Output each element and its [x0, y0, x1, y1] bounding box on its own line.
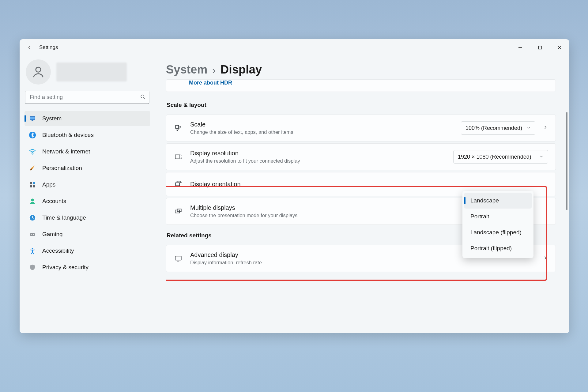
nav-network[interactable]: Network & internet [24, 144, 150, 159]
nav-label: Accessibility [42, 247, 74, 254]
nav-label: Network & internet [42, 148, 90, 155]
svg-rect-28 [177, 209, 181, 212]
minimize-button[interactable] [511, 41, 530, 54]
nav-system[interactable]: System [24, 111, 150, 126]
svg-point-5 [141, 95, 144, 98]
search-icon [140, 94, 146, 101]
titlebar: Settings [20, 39, 569, 56]
apps-icon [29, 181, 36, 188]
svg-rect-1 [538, 46, 541, 49]
svg-rect-14 [30, 185, 32, 187]
close-button[interactable] [550, 41, 569, 54]
search-input[interactable] [25, 91, 149, 104]
nav-bluetooth[interactable]: Bluetooth & devices [24, 127, 150, 143]
svg-rect-19 [30, 233, 35, 236]
resolution-icon [174, 152, 183, 161]
nav-privacy[interactable]: Privacy & security [24, 260, 150, 275]
profile-block[interactable] [24, 56, 151, 91]
svg-rect-9 [32, 120, 33, 121]
maximize-button[interactable] [530, 41, 550, 54]
resolution-value: 1920 × 1080 (Recommended) [458, 154, 531, 160]
resolution-row[interactable]: Display resolution Adjust the resolution… [166, 143, 556, 170]
person-icon [29, 198, 36, 205]
orientation-option-landscape-flipped[interactable]: Landscape (flipped) [464, 224, 532, 240]
brush-icon [29, 164, 36, 172]
bluetooth-icon [29, 131, 36, 139]
system-icon [29, 115, 36, 122]
avatar-icon [26, 59, 51, 85]
content-scroll[interactable]: More about HDR Scale & layout Scale Chan… [166, 79, 557, 333]
svg-rect-29 [175, 256, 181, 260]
scale-desc: Change the size of text, apps, and other… [190, 129, 454, 135]
orientation-option-portrait[interactable]: Portrait [464, 209, 532, 224]
svg-line-6 [144, 98, 145, 99]
scale-row[interactable]: Scale Change the size of text, apps, and… [166, 115, 556, 141]
sidebar: System Bluetooth & devices Network & int… [20, 56, 155, 333]
svg-point-21 [33, 234, 34, 235]
resolution-dropdown[interactable]: 1920 × 1080 (Recommended) [453, 150, 548, 164]
nav-label: System [42, 115, 62, 122]
svg-point-11 [32, 153, 33, 154]
svg-rect-12 [30, 182, 32, 184]
resolution-desc: Adjust the resolution to fit your connec… [190, 158, 446, 164]
scale-value: 100% (Recommended) [466, 125, 522, 131]
breadcrumb: System › Display [166, 56, 557, 79]
nav-label: Gaming [42, 231, 63, 238]
monitor-icon [174, 254, 183, 263]
breadcrumb-current: Display [221, 63, 262, 76]
nav-label: Time & language [42, 214, 86, 221]
svg-point-22 [32, 248, 33, 250]
chevron-right-icon[interactable] [543, 125, 548, 131]
svg-rect-25 [179, 155, 181, 159]
settings-window: Settings System [20, 39, 569, 333]
orientation-popup: Landscape Portrait Landscape (flipped) P… [462, 191, 533, 258]
nav-label: Bluetooth & devices [42, 132, 94, 138]
svg-rect-15 [33, 185, 35, 187]
svg-point-4 [36, 67, 41, 72]
nav-time-language[interactable]: Time & language [24, 210, 150, 225]
chevron-right-icon[interactable] [543, 255, 548, 262]
svg-rect-26 [175, 183, 179, 186]
orientation-option-portrait-flipped[interactable]: Portrait (flipped) [464, 240, 532, 256]
nav-accessibility[interactable]: Accessibility [24, 243, 150, 258]
scrollbar[interactable] [566, 112, 567, 333]
scale-icon [174, 123, 183, 133]
chevron-down-icon [539, 154, 544, 160]
nav-gaming[interactable]: Gaming [24, 227, 150, 242]
hdr-card[interactable]: More about HDR [166, 79, 556, 92]
clock-globe-icon [29, 214, 36, 221]
profile-name-redacted [56, 62, 127, 81]
nav-label: Privacy & security [42, 264, 89, 271]
nav-apps[interactable]: Apps [24, 177, 150, 192]
svg-rect-24 [175, 155, 179, 159]
advanced-display-desc: Display information, refresh rate [190, 260, 535, 266]
orientation-option-landscape[interactable]: Landscape [464, 193, 532, 209]
orientation-icon [174, 179, 183, 189]
chevron-down-icon [526, 125, 531, 131]
nav-personalization[interactable]: Personalization [24, 160, 150, 176]
nav-label: Apps [42, 181, 55, 188]
scale-dropdown[interactable]: 100% (Recommended) [461, 121, 535, 135]
wifi-icon [29, 148, 36, 155]
hdr-learn-more-link[interactable]: More about HDR [189, 80, 232, 86]
nav-accounts[interactable]: Accounts [24, 194, 150, 209]
svg-rect-23 [175, 125, 179, 128]
nav-label: Accounts [42, 198, 66, 205]
gamepad-icon [29, 231, 36, 238]
nav-label: Personalization [42, 165, 82, 172]
scale-title: Scale [190, 121, 454, 128]
scrollbar-thumb[interactable] [566, 112, 567, 210]
svg-rect-13 [33, 182, 35, 184]
breadcrumb-parent[interactable]: System [166, 63, 207, 76]
accessibility-icon [29, 247, 36, 254]
svg-point-16 [31, 199, 34, 202]
shield-icon [29, 264, 36, 271]
multiple-displays-icon [174, 207, 183, 216]
back-button[interactable] [24, 42, 35, 53]
section-scale-layout: Scale & layout [167, 102, 556, 108]
svg-point-20 [31, 234, 32, 235]
svg-rect-8 [30, 117, 35, 119]
orientation-title: Display orientation [190, 181, 548, 188]
nav-list: System Bluetooth & devices Network & int… [24, 111, 151, 275]
chevron-right-icon: › [212, 65, 216, 76]
